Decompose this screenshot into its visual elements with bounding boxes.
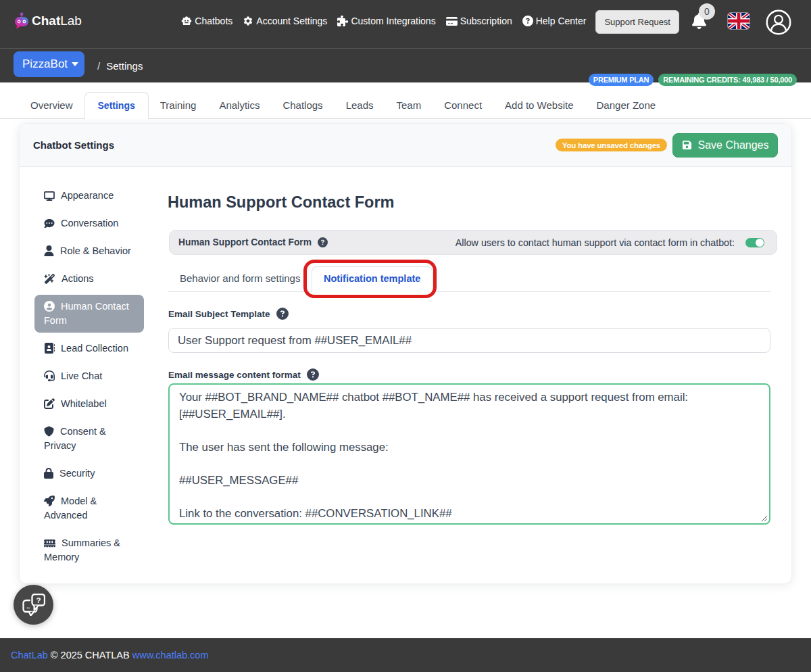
svg-text:?: ? — [36, 596, 41, 604]
svg-text:..: .. — [26, 603, 30, 610]
